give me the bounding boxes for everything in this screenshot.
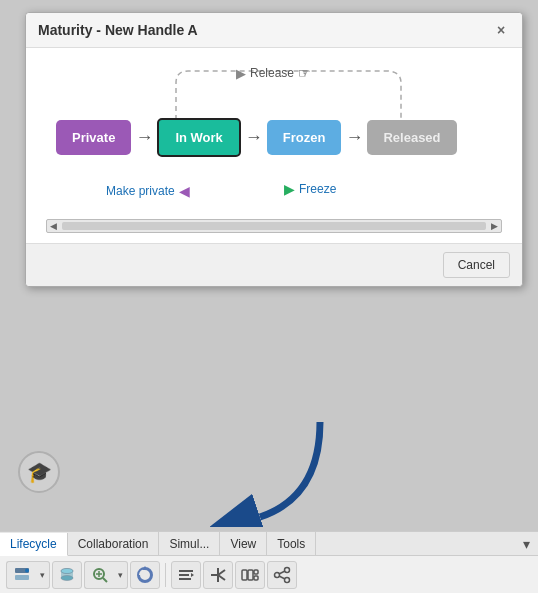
avatar: 🎓: [18, 451, 60, 493]
cursor-icon: ☞: [298, 65, 311, 81]
merge-icon: [209, 566, 227, 584]
list-icon: [177, 566, 195, 584]
svg-marker-18: [191, 573, 194, 577]
node-released[interactable]: Released: [367, 120, 456, 155]
svg-point-7: [61, 576, 73, 581]
make-private-action[interactable]: Make private ◀: [106, 183, 190, 199]
svg-rect-23: [242, 570, 247, 580]
tab-tools[interactable]: Tools: [267, 532, 316, 555]
arrow-3: →: [341, 127, 367, 148]
dialog-title: Maturity - New Handle A: [38, 22, 198, 38]
svg-line-30: [279, 571, 285, 574]
state-tool-button[interactable]: [6, 561, 36, 589]
svg-line-22: [218, 575, 225, 580]
state-tool-group: ▾: [6, 561, 50, 589]
svg-point-29: [285, 578, 290, 583]
sync-tool-button[interactable]: [130, 561, 160, 589]
release-label[interactable]: Release: [250, 66, 294, 80]
svg-rect-17: [179, 578, 191, 580]
scroll-left-arrow[interactable]: ◀: [47, 221, 60, 231]
make-private-label[interactable]: Make private: [106, 184, 175, 198]
graph-icon: [273, 566, 291, 584]
nodes-row: Private → In Work → Frozen → Released: [56, 118, 516, 157]
merge-tool-button[interactable]: [203, 561, 233, 589]
tab-view[interactable]: View: [220, 532, 267, 555]
sync-icon: [135, 565, 155, 585]
node-frozen[interactable]: Frozen: [267, 120, 342, 155]
separator-1: [165, 563, 166, 587]
arrow-svg: [210, 417, 360, 527]
state-icon: [13, 566, 31, 584]
close-button[interactable]: ×: [492, 21, 510, 39]
bottom-toolbar: Lifecycle Collaboration Simul... View To…: [0, 531, 538, 593]
tabs-more-button[interactable]: ▾: [515, 533, 538, 555]
svg-rect-25: [254, 570, 258, 574]
workflow-diagram: ▶ Release ☞ Private → In Work → Frozen →: [46, 63, 502, 233]
search-icon: [91, 566, 109, 584]
flow-icon: [241, 566, 259, 584]
freeze-label[interactable]: Freeze: [299, 182, 336, 196]
database-tool-button[interactable]: [52, 561, 82, 589]
svg-point-28: [285, 568, 290, 573]
scroll-thumb: [62, 222, 486, 230]
svg-point-8: [61, 569, 73, 574]
arrow-1: →: [131, 127, 157, 148]
make-private-arrow-icon: ◀: [179, 183, 190, 199]
toolbar-tabs: Lifecycle Collaboration Simul... View To…: [0, 532, 538, 556]
svg-rect-24: [248, 570, 253, 580]
svg-rect-16: [179, 574, 189, 576]
release-action[interactable]: ▶ Release ☞: [236, 65, 311, 81]
svg-rect-26: [254, 576, 258, 580]
dialog-footer: Cancel: [26, 243, 522, 286]
svg-rect-3: [15, 575, 29, 580]
search-tool-button[interactable]: [84, 561, 114, 589]
tab-simul[interactable]: Simul...: [159, 532, 220, 555]
toolbar-icons-row: ▾ ▾: [0, 556, 538, 593]
search-tool-dropdown[interactable]: ▾: [114, 561, 128, 589]
maturity-dialog: Maturity - New Handle A × ▶ Release ☞ Pr…: [25, 12, 523, 287]
svg-point-4: [25, 569, 29, 573]
flow-tool-button[interactable]: [235, 561, 265, 589]
tab-collaboration[interactable]: Collaboration: [68, 532, 160, 555]
database-icon: [58, 566, 76, 584]
big-blue-arrow: [210, 417, 360, 530]
release-arrow-icon: ▶: [236, 66, 246, 81]
svg-line-21: [218, 570, 225, 575]
node-inwork[interactable]: In Work: [157, 118, 240, 157]
cancel-button[interactable]: Cancel: [443, 252, 510, 278]
state-tool-dropdown[interactable]: ▾: [36, 561, 50, 589]
dialog-content: ▶ Release ☞ Private → In Work → Frozen →: [26, 48, 522, 243]
search-tool-group: ▾: [84, 561, 128, 589]
horizontal-scrollbar[interactable]: ◀ ▶: [46, 219, 502, 233]
list-tool-button[interactable]: [171, 561, 201, 589]
svg-rect-15: [179, 570, 193, 572]
freeze-action[interactable]: ▶ Freeze: [284, 181, 336, 197]
tab-lifecycle[interactable]: Lifecycle: [0, 533, 68, 556]
svg-line-31: [279, 576, 285, 579]
avatar-icon: 🎓: [27, 460, 52, 484]
svg-point-27: [275, 573, 280, 578]
dialog-header: Maturity - New Handle A ×: [26, 13, 522, 48]
freeze-arrow-icon: ▶: [284, 181, 295, 197]
scroll-right-arrow[interactable]: ▶: [488, 221, 501, 231]
svg-line-10: [103, 578, 107, 582]
graph-tool-button[interactable]: [267, 561, 297, 589]
node-private[interactable]: Private: [56, 120, 131, 155]
arrow-2: →: [241, 127, 267, 148]
